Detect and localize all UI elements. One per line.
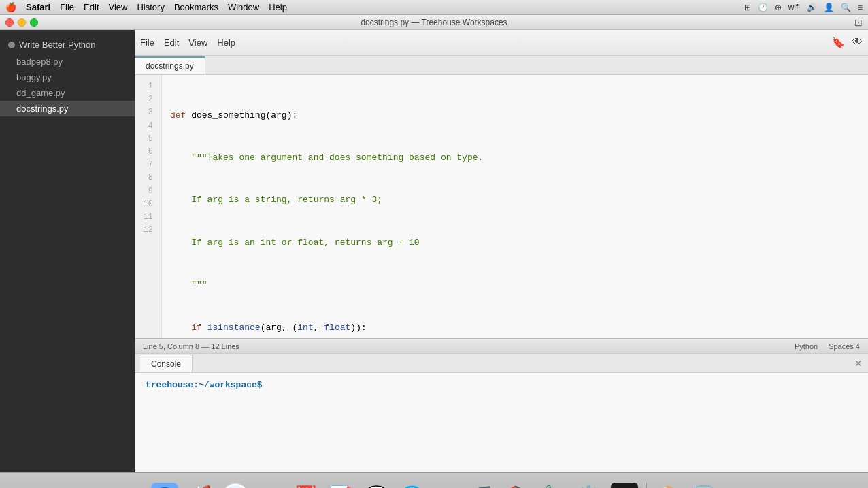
file-menu[interactable]: File [60, 2, 74, 12]
dock-mail[interactable]: ✉️ [254, 480, 287, 489]
sidebar-project: Write Better Python [0, 35, 135, 54]
dock-systemprefs[interactable]: ⚙️ [573, 480, 605, 489]
mac-menu-bar: 🍎 Safari File Edit View History Bookmark… [0, 0, 868, 15]
view-menu[interactable]: View [109, 2, 128, 12]
title-bar: docstrings.py — Treehouse Workspaces ⊡ [0, 15, 868, 30]
console-close-button[interactable]: ✕ [854, 358, 863, 369]
sidebar-file-docstrings[interactable]: docstrings.py [0, 101, 135, 116]
language-indicator: Python [795, 342, 818, 351]
sidebar-file-badpep8[interactable]: badpep8.py [0, 54, 135, 69]
close-button[interactable] [5, 18, 14, 27]
tab-bar: docstrings.py [135, 56, 868, 75]
console-tab-bar: Console ✕ [135, 354, 868, 373]
list-icon: ≡ [858, 3, 863, 12]
apple-menu[interactable]: 🍎 [5, 2, 16, 12]
code-editor[interactable]: 1 2 3 4 5 6 7 8 9 10 11 12 def does_some… [135, 75, 868, 338]
console-prompt: treehouse:~/workspace$ [146, 380, 263, 390]
code-content[interactable]: def does_something(arg): """Takes one ar… [162, 75, 868, 338]
line-num-9: 9 [135, 185, 158, 198]
dock-separator [646, 483, 647, 489]
window-title: docstrings.py — Treehouse Workspaces [361, 18, 507, 27]
toolbar-help[interactable]: Help [217, 37, 235, 48]
search-icon[interactable]: 🔍 [841, 3, 851, 12]
line-num-2: 2 [135, 93, 158, 106]
main-window: docstrings.py — Treehouse Workspaces ⊡ W… [0, 15, 868, 472]
line-num-6: 6 [135, 146, 158, 159]
tab-docstrings[interactable]: docstrings.py [135, 56, 205, 74]
toolbar-edit[interactable]: Edit [164, 37, 179, 48]
traffic-lights [5, 18, 38, 27]
edit-menu[interactable]: Edit [84, 2, 99, 12]
status-icon-1: ⊞ [744, 3, 751, 12]
toolbar-right: 🔖 👁 [831, 36, 863, 49]
line-num-12: 12 [135, 224, 158, 237]
history-menu[interactable]: History [137, 2, 164, 12]
help-menu[interactable]: Help [269, 2, 287, 12]
console-content[interactable]: treehouse:~/workspace$ [135, 373, 868, 472]
dock: 🔵 🚀 ✉️ 📅 📝 💬 🌐 🗺️ 🎵 📚 🛍️ ⚙️ $_ 📦 🗑️ [0, 472, 868, 488]
dock-calendar[interactable]: 📅 [290, 480, 322, 489]
control-icon: ⊕ [775, 3, 782, 12]
console-area: Console ✕ treehouse:~/workspace$ [135, 353, 868, 472]
minimize-button[interactable] [18, 18, 26, 27]
line-numbers: 1 2 3 4 5 6 7 8 9 10 11 12 [135, 75, 162, 338]
dock-maps[interactable]: 🗺️ [431, 480, 464, 489]
dock-safari[interactable] [219, 480, 252, 489]
dock-terminal[interactable]: $_ [608, 480, 641, 489]
code-line-6: if isinstance(arg, (int, float)): [170, 321, 860, 336]
console-tab[interactable]: Console [140, 355, 193, 372]
dock-appstore[interactable]: 🛍️ [537, 480, 570, 489]
dock-books[interactable]: 📚 [502, 480, 535, 489]
user-icon: 👤 [824, 3, 834, 12]
dock-finder[interactable]: 🔵 [148, 480, 181, 489]
line-num-8: 8 [135, 172, 158, 184]
dock-trash[interactable]: 🗑️ [688, 480, 720, 489]
line-num-1: 1 [135, 80, 158, 93]
bookmark-icon[interactable]: 🔖 [831, 36, 845, 49]
app-name[interactable]: Safari [26, 2, 50, 12]
line-num-11: 11 [135, 211, 158, 224]
dock-messages[interactable]: 💬 [361, 480, 393, 489]
status-bar-right: Python Spaces 4 [795, 342, 860, 351]
editor-area: File Edit View Help 🔖 👁 docstrings.py 1 … [135, 30, 868, 472]
eye-icon[interactable]: 👁 [852, 36, 863, 49]
code-line-2: """Takes one argument and does something… [170, 151, 860, 165]
project-name: Write Better Python [19, 39, 95, 50]
toolbar-file[interactable]: File [140, 37, 154, 48]
sidebar-file-buggy[interactable]: buggy.py [0, 69, 135, 85]
maximize-button[interactable] [30, 18, 38, 27]
indent-indicator: Spaces 4 [829, 342, 860, 351]
code-line-4: If arg is an int or float, returns arg +… [170, 236, 860, 250]
sidebar: Write Better Python badpep8.py buggy.py … [0, 30, 135, 472]
line-num-3: 3 [135, 106, 158, 119]
line-num-7: 7 [135, 159, 158, 172]
menu-bar-right: ⊞ 🕐 ⊕ wifi 🔊 👤 🔍 ≡ [744, 3, 863, 12]
dock-launchpad[interactable]: 🚀 [184, 480, 216, 489]
dock-music[interactable]: 🎵 [467, 480, 499, 489]
line-num-4: 4 [135, 120, 158, 133]
sidebar-file-ddgame[interactable]: dd_game.py [0, 85, 135, 101]
code-line-1: def does_something(arg): [170, 109, 860, 123]
status-bar: Line 5, Column 8 — 12 Lines Python Space… [135, 338, 868, 353]
main-content: Write Better Python badpep8.py buggy.py … [0, 30, 868, 472]
svg-rect-7 [611, 483, 638, 489]
dock-chrome[interactable]: 🌐 [396, 480, 429, 489]
bookmarks-menu[interactable]: Bookmarks [174, 2, 218, 12]
project-icon [8, 42, 15, 48]
wifi-icon: wifi [788, 3, 800, 12]
cursor-position: Line 5, Column 8 — 12 Lines [143, 342, 239, 351]
toolbar-view[interactable]: View [188, 37, 207, 48]
dock-package[interactable]: 📦 [652, 480, 685, 489]
volume-icon: 🔊 [807, 3, 817, 12]
console-tab-label: Console [151, 359, 181, 369]
editor-toolbar: File Edit View Help 🔖 👁 [135, 30, 868, 56]
line-num-10: 10 [135, 198, 158, 211]
resize-icon[interactable]: ⊡ [854, 17, 863, 28]
dock-notes[interactable]: 📝 [325, 480, 358, 489]
code-line-3: If arg is a string, returns arg * 3; [170, 193, 860, 208]
svg-text:🔵: 🔵 [154, 486, 175, 489]
window-menu[interactable]: Window [228, 2, 259, 12]
clock-icon: 🕐 [758, 3, 768, 12]
line-num-5: 5 [135, 133, 158, 146]
code-line-5: """ [170, 278, 860, 293]
